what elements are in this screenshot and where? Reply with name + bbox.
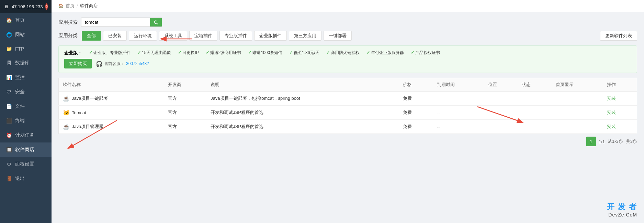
enterprise-label: 企业版： xyxy=(64,50,82,56)
enterprise-feature-8: ✓产品授权证书 xyxy=(411,50,440,56)
search-label: 应用搜索 xyxy=(58,19,78,25)
sidebar-label-ftp: FTP xyxy=(15,46,24,52)
software-icon-1: 🐱 xyxy=(63,109,70,116)
cell-price-2: 免费 xyxy=(399,120,432,134)
sidebar-item-panel[interactable]: ⚙面板设置 xyxy=(0,157,52,171)
software-name-2: Java项目管理器 xyxy=(72,124,103,130)
enterprise-feature-7: ✓年付企业版服务群 xyxy=(366,50,404,56)
sidebar-item-ftp[interactable]: 📁FTP xyxy=(0,42,52,56)
enterprise-buy-row: 立即购买 🎧 售前客服： 3007255432 xyxy=(64,59,631,68)
cell-name-1: 🐱 Tomcat xyxy=(59,106,164,120)
sidebar-item-website[interactable]: 🌐网站 xyxy=(0,28,52,42)
pagination-row: 1 1/1 从1-3条 共3条 xyxy=(58,134,637,149)
category-btn-bt_plugins[interactable]: 宝塔插件 xyxy=(189,31,217,41)
cell-name-0: ☕ Java项目一键部署 xyxy=(59,92,164,106)
category-btn-installed[interactable]: 已安装 xyxy=(103,31,127,41)
notification-badge: 0 xyxy=(45,3,47,10)
terminal-icon: ⬛ xyxy=(6,118,12,124)
cell-action-0[interactable]: 安装 xyxy=(603,92,637,106)
server-ip: 47.106.196.233 xyxy=(12,4,43,9)
page-count: 共3条 xyxy=(626,138,637,145)
cell-action-1[interactable]: 安装 xyxy=(603,106,637,120)
support-text: 🎧 售前客服： 3007255432 xyxy=(96,61,149,67)
sidebar-item-home[interactable]: 🏠首页 xyxy=(0,13,52,28)
cell-expire-2: -- xyxy=(433,120,484,134)
content-area: 应用搜索 应用分类 全部已安装运行环境系统工具宝塔插件专业版插件企业版插件第三方… xyxy=(52,12,644,223)
col-name: 软件名称 xyxy=(59,78,164,92)
sidebar-label-appstore: 软件商店 xyxy=(15,147,34,153)
sidebar-item-monitor[interactable]: 📊监控 xyxy=(0,70,52,85)
page-number[interactable]: 1 xyxy=(586,137,596,146)
buy-now-button[interactable]: 立即购买 xyxy=(64,59,92,68)
search-input[interactable] xyxy=(81,18,150,26)
search-input-wrap xyxy=(81,18,162,27)
breadcrumb-separator: / xyxy=(77,3,78,9)
cell-status-2 xyxy=(518,120,551,134)
col-price: 价格 xyxy=(399,78,432,92)
sidebar-label-database: 数据库 xyxy=(15,60,30,66)
table-header: 软件名称 开发商 说明 价格 到期时间 位置 状态 首页显示 操作 xyxy=(59,78,637,92)
svg-point-0 xyxy=(154,21,157,23)
sidebar-label-monitor: 监控 xyxy=(15,74,25,81)
sidebar-header: 🖥 47.106.196.233 0 xyxy=(0,0,52,13)
col-expire: 到期时间 xyxy=(433,78,484,92)
breadcrumb-current: 软件商店 xyxy=(80,3,98,9)
category-btn-pro_plugins[interactable]: 专业版插件 xyxy=(219,31,252,41)
sidebar-item-appstore[interactable]: 🔲软件商店 xyxy=(0,142,52,157)
category-row: 应用分类 全部已安装运行环境系统工具宝塔插件专业版插件企业版插件第三方应用一键部… xyxy=(58,31,637,41)
sidebar: 🖥 47.106.196.233 0 🏠首页🌐网站📁FTP🗄数据库📊监控🛡安全📄… xyxy=(0,0,52,223)
col-location: 位置 xyxy=(484,78,518,92)
sidebar-label-logout: 退出 xyxy=(15,176,25,182)
category-label: 应用分类 xyxy=(58,33,78,39)
cell-action-2[interactable]: 安装 xyxy=(603,120,637,134)
enterprise-feature-4: ✓赠送1000条短信 xyxy=(248,50,282,56)
sidebar-label-home: 首页 xyxy=(15,17,25,23)
sidebar-item-terminal[interactable]: ⬛终端 xyxy=(0,114,52,128)
sidebar-item-security[interactable]: 🛡安全 xyxy=(0,85,52,99)
cell-expire-0: -- xyxy=(433,92,484,106)
category-btn-enterprise_plugins[interactable]: 企业版插件 xyxy=(254,31,287,41)
install-button-1[interactable]: 安装 xyxy=(607,110,616,115)
cell-price-0: 免费 xyxy=(399,92,432,106)
database-icon: 🗄 xyxy=(6,60,12,66)
col-developer: 开发商 xyxy=(164,78,206,92)
table-row: ☕ Java项目一键部署 官方 Java项目一键部署，包括tomcat，spri… xyxy=(59,92,637,106)
category-btn-one_click[interactable]: 一键部署 xyxy=(324,31,352,41)
install-button-0[interactable]: 安装 xyxy=(607,96,616,101)
security-icon: 🛡 xyxy=(6,89,12,95)
sidebar-item-files[interactable]: 📄文件 xyxy=(0,99,52,114)
cell-location-0 xyxy=(484,92,518,106)
cell-location-1 xyxy=(484,106,518,120)
update-list-button[interactable]: 更新软件列表 xyxy=(600,31,637,41)
cell-developer-1: 官方 xyxy=(164,106,206,120)
sidebar-label-files: 文件 xyxy=(15,103,25,109)
col-description: 说明 xyxy=(206,78,399,92)
table-body: ☕ Java项目一键部署 官方 Java项目一键部署，包括tomcat，spri… xyxy=(59,92,637,134)
enterprise-features: 企业版： ✓企业版、专业版插件 ✓15天无理由退款 ✓可更换IP ✓赠送2张商用… xyxy=(64,50,631,56)
col-action: 操作 xyxy=(603,78,637,92)
sidebar-item-database[interactable]: 🗄数据库 xyxy=(0,56,52,70)
category-btn-all[interactable]: 全部 xyxy=(82,31,101,41)
install-button-2[interactable]: 安装 xyxy=(607,124,616,129)
enterprise-feature-2: ✓可更换IP xyxy=(178,50,199,56)
category-btn-third_party[interactable]: 第三方应用 xyxy=(289,31,321,41)
category-btn-runtime[interactable]: 运行环境 xyxy=(129,31,157,41)
sidebar-item-crontask[interactable]: ⏰计划任务 xyxy=(0,128,52,142)
software-name-0: Java项目一键部署 xyxy=(72,95,108,102)
crontask-icon: ⏰ xyxy=(6,132,12,138)
cell-price-1: 免费 xyxy=(399,106,432,120)
cell-status-0 xyxy=(518,92,551,106)
svg-line-1 xyxy=(157,23,158,24)
sidebar-label-terminal: 终端 xyxy=(15,118,25,124)
search-button[interactable] xyxy=(150,18,162,26)
table-row: ☕ Java项目管理器 官方 开发和调试JSP程序的首选 免费 -- 安装 xyxy=(59,120,637,134)
cell-status-1 xyxy=(518,106,551,120)
category-btn-tools[interactable]: 系统工具 xyxy=(159,31,187,41)
sidebar-label-website: 网站 xyxy=(15,32,25,38)
sidebar-label-security: 安全 xyxy=(15,89,25,95)
category-buttons: 全部已安装运行环境系统工具宝塔插件专业版插件企业版插件第三方应用一键部署 xyxy=(82,31,352,41)
enterprise-feature-1: ✓15天无理由退款 xyxy=(137,50,171,56)
cell-description-1: 开发和调试JSP程序的首选 xyxy=(206,106,399,120)
monitor-icon: 🖥 xyxy=(4,4,9,9)
sidebar-item-logout[interactable]: 🚪退出 xyxy=(0,171,52,186)
